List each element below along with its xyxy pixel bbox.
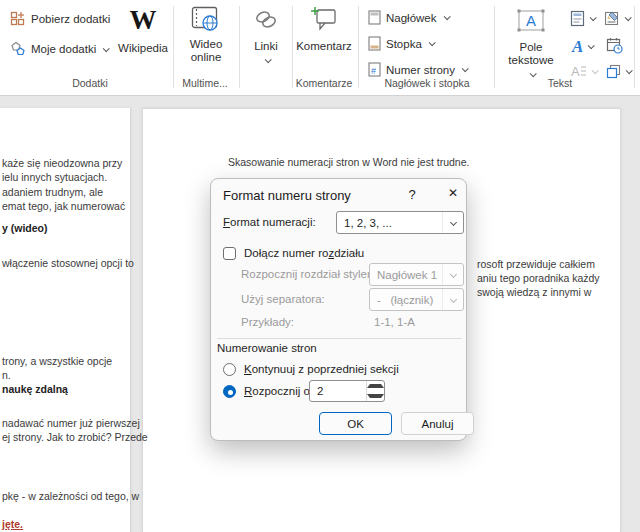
footer-button[interactable]: Stopka: [368, 36, 434, 51]
doc-text-line: naukę zdalną: [2, 383, 68, 395]
chevron-down-icon: [443, 13, 450, 20]
group-divider: [358, 6, 359, 88]
number-format-dropdown[interactable]: 1, 2, 3, ...: [336, 211, 464, 234]
help-button[interactable]: ?: [404, 187, 420, 203]
chevron-down-icon: [592, 67, 599, 74]
close-icon[interactable]: ✕: [444, 186, 462, 204]
signature-line-icon: [604, 10, 620, 27]
online-video-button[interactable]: Wideo online: [180, 6, 232, 64]
date-time-button[interactable]: [606, 37, 623, 54]
page-number-icon: #: [368, 62, 381, 77]
footer-label: Stopka: [386, 38, 422, 50]
wikipedia-icon: W: [130, 5, 157, 35]
footer-icon: [368, 36, 381, 51]
chevron-down-icon: [264, 56, 271, 63]
group-label-komentarze: Komentarze: [293, 77, 355, 89]
section-divider: [217, 338, 462, 339]
ok-button[interactable]: OK: [319, 412, 392, 435]
separator-value: - (łącznik): [377, 294, 433, 306]
text-box-icon: A: [515, 8, 547, 34]
signature-line-button[interactable]: [604, 10, 630, 27]
doc-text-line: adaniem trudnym, ale: [2, 186, 103, 198]
svg-text:#: #: [371, 66, 376, 76]
svg-text:A: A: [526, 12, 536, 29]
header-label: Nagłówek: [386, 12, 437, 24]
wordart-button[interactable]: A: [572, 38, 593, 55]
group-divider: [494, 6, 495, 88]
chevron-down-icon: [626, 67, 633, 74]
chevron-down-icon: [625, 14, 632, 21]
links-button[interactable]: Linki: [244, 8, 288, 65]
cancel-button[interactable]: Anuluj: [401, 412, 474, 435]
doc-text-line: y (wideo): [2, 222, 48, 234]
chevron-down-icon: [588, 42, 595, 49]
doc-text-line: rosoft przewiduje całkiem: [477, 258, 595, 270]
chapter-style-value: Nagłówek 1: [377, 269, 437, 281]
text-box-button[interactable]: A Pole tekstowe: [500, 8, 562, 79]
wordart-icon: A: [572, 38, 583, 55]
doc-text-line: ielu innych sytuacjach.: [2, 171, 107, 183]
number-format-value: 1, 2, 3, ...: [344, 217, 392, 229]
doc-text-line: emat tego, jak numerować: [2, 200, 125, 212]
include-chapter-checkbox[interactable]: [223, 247, 236, 260]
drop-cap-button[interactable]: A: [570, 64, 597, 78]
header-icon: [368, 10, 381, 25]
my-addins-icon: [10, 41, 26, 57]
text-box-label-1: Pole: [500, 41, 562, 54]
group-divider: [634, 6, 635, 88]
quick-parts-button[interactable]: [570, 10, 595, 27]
spinner-down-button[interactable]: [367, 391, 384, 401]
doc-text-line: aniu tego poradnika każdy: [477, 272, 600, 284]
doc-text-line: każe się nieodzowna przy: [2, 157, 122, 169]
spinner-up-button[interactable]: [367, 381, 384, 391]
chevron-down-icon: [442, 212, 463, 233]
my-addins-button[interactable]: Moje dodatki: [10, 41, 108, 57]
doc-text-line: nadawać numer już pierwszej: [2, 417, 140, 429]
get-addins-button[interactable]: Pobierz dodatki: [10, 11, 110, 27]
doc-text-line: trony, a wszystkie opcje: [2, 355, 112, 367]
links-label: Linki: [244, 40, 288, 53]
object-icon: [606, 64, 621, 79]
continue-from-previous-radio[interactable]: [223, 363, 236, 376]
separator-label: Użyj separatora:: [241, 293, 325, 305]
wikipedia-label: Wikipedia: [108, 42, 178, 55]
examples-value: 1-1, 1-A: [374, 316, 415, 328]
addins-grid-icon: [10, 11, 26, 27]
group-divider: [239, 6, 240, 88]
examples-label: Przykłady:: [241, 316, 294, 328]
doc-text-line: włączenie stosownej opcji to: [2, 257, 134, 269]
group-label-tekst: Tekst: [520, 77, 600, 89]
doc-text-line: pkę - w zależności od tego, w: [2, 490, 139, 502]
object-button[interactable]: [606, 64, 631, 79]
chevron-down-icon: [428, 39, 435, 46]
doc-text-line: n.: [2, 369, 11, 381]
comment-label: Komentarz: [296, 40, 352, 53]
continue-from-previous-label: Kontynuuj z poprzedniej sekcji: [244, 363, 399, 375]
ribbon: Pobierz dodatki Moje dodatki Dodatki W W…: [0, 0, 640, 96]
start-at-radio[interactable]: [223, 385, 236, 398]
start-at-spinner[interactable]: 2: [309, 380, 385, 402]
header-button[interactable]: Nagłówek: [368, 10, 449, 25]
wikipedia-button[interactable]: W Wikipedia: [108, 6, 178, 55]
page-number-label: Numer strony: [386, 64, 455, 76]
chevron-down-icon: [442, 264, 463, 285]
separator-dropdown: - (łącznik): [369, 288, 464, 311]
online-video-label-2: online: [180, 51, 232, 64]
online-video-label-1: Wideo: [180, 38, 232, 51]
doc-text-line: swoją wiedzą z innymi w: [477, 286, 591, 298]
doc-link-fragment[interactable]: jęte.: [2, 518, 23, 530]
include-chapter-label: Dołącz numer rozdziału: [244, 247, 364, 259]
links-chain-icon: [253, 8, 279, 32]
group-label-naglowek-stopka: Nagłówek i stopka: [368, 77, 486, 89]
drop-cap-icon: A: [570, 64, 587, 78]
date-time-icon: [606, 37, 623, 54]
quick-parts-icon: [570, 10, 585, 27]
comment-button[interactable]: Komentarz: [296, 6, 352, 53]
page-number-button[interactable]: # Numer strony: [368, 62, 467, 77]
group-label-multimedia: Multime...: [175, 77, 235, 89]
group-label-dodatki: Dodatki: [30, 77, 150, 89]
doc-text-line: ej strony. Jak to zrobić? Przede: [2, 431, 148, 443]
text-box-label-2: tekstowe: [500, 54, 562, 67]
number-format-label: Format numeracji:: [223, 216, 316, 228]
page-numbering-section-label: Numerowanie stron: [217, 342, 317, 354]
